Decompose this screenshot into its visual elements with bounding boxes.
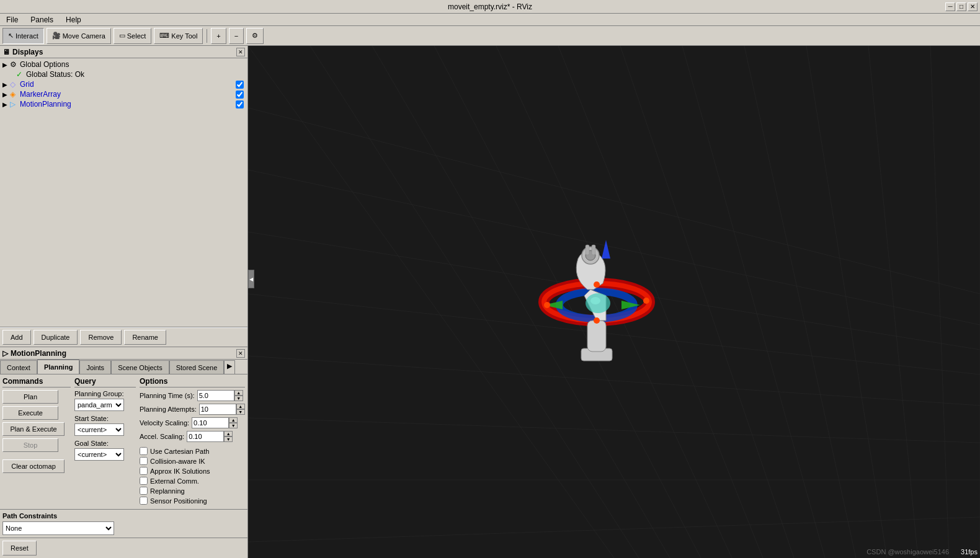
tree-arrow: ▶ <box>2 91 10 98</box>
accel-scaling-down[interactable]: ▼ <box>224 436 233 442</box>
planning-attempts-input[interactable] <box>199 404 236 415</box>
accel-scaling-up[interactable]: ▲ <box>224 431 233 436</box>
replanning-checkbox[interactable] <box>140 487 148 495</box>
planning-content: Commands Plan Execute Plan & Execute Sto… <box>0 374 247 509</box>
tree-item-grid[interactable]: ▶ ◇ Grid <box>1 79 246 89</box>
cursor-icon: ↖ <box>8 32 14 40</box>
use-cartesian-path-label: Use Cartesian Path <box>150 448 209 455</box>
query-column: Query Planning Group: panda_arm Start St… <box>71 377 136 507</box>
move-camera-button[interactable]: 🎥 Move Camera <box>47 28 111 44</box>
motion-panel-close[interactable]: ✕ <box>236 349 245 358</box>
goal-state-label: Goal State: <box>74 440 136 447</box>
svg-point-38 <box>594 281 600 288</box>
query-header: Query <box>74 377 136 388</box>
velocity-scaling-spinner: ▲ ▼ <box>192 417 238 428</box>
add-button[interactable]: Add <box>2 330 31 345</box>
tree-label: MarkerArray <box>20 90 61 99</box>
settings-button[interactable]: ⚙ <box>246 28 264 44</box>
collapse-handle[interactable]: ◀ <box>248 270 254 288</box>
select-button[interactable]: ▭ Select <box>114 28 152 44</box>
motionplanning-checkbox[interactable] <box>236 100 244 108</box>
duplicate-button[interactable]: Duplicate <box>33 330 78 345</box>
velocity-scaling-down[interactable]: ▼ <box>229 423 238 428</box>
tree-item-markerarray[interactable]: ▶ ◈ MarkerArray <box>1 89 246 99</box>
viewport[interactable]: 31fps CSDN @woshigaowei5146 <box>248 46 980 558</box>
displays-header: 🖥 Displays ✕ <box>0 46 247 58</box>
markerarray-checkbox[interactable] <box>236 91 244 99</box>
start-state-select[interactable]: <current> <box>74 423 124 436</box>
left-panel: 🖥 Displays ✕ ▶ ⚙ Global Options ✓ Global… <box>0 46 248 558</box>
toolbar: ↖ Interact 🎥 Move Camera ▭ Select ⌨ Key … <box>0 26 980 46</box>
external-comm-checkbox[interactable] <box>140 477 148 485</box>
tree-view: ▶ ⚙ Global Options ✓ Global Status: Ok ▶… <box>0 58 247 327</box>
motion-panel-header: ▷ MotionPlanning ✕ <box>0 347 247 360</box>
replanning-label: Replanning <box>150 487 185 495</box>
use-cartesian-path-checkbox[interactable] <box>140 447 148 455</box>
execute-button[interactable]: Execute <box>2 406 58 420</box>
motion-planning-panel: ▷ MotionPlanning ✕ Context Planning Join… <box>0 347 247 558</box>
menu-help[interactable]: Help <box>62 14 85 25</box>
minimize-button[interactable]: ─ <box>945 2 955 11</box>
plan-execute-button[interactable]: Plan & Execute <box>2 422 65 436</box>
svg-point-36 <box>544 302 550 308</box>
velocity-scaling-up[interactable]: ▲ <box>229 417 238 423</box>
planning-time-input[interactable] <box>197 390 234 401</box>
planning-attempts-up[interactable]: ▲ <box>236 404 245 409</box>
interact-button[interactable]: ↖ Interact <box>2 28 44 44</box>
marker-icon: ◈ <box>10 90 20 99</box>
tab-scene-objects[interactable]: Scene Objects <box>111 360 169 374</box>
collision-aware-ik-row: Collision-aware IK <box>140 457 245 465</box>
displays-panel: 🖥 Displays ✕ ▶ ⚙ Global Options ✓ Global… <box>0 46 247 327</box>
commands-header: Commands <box>2 377 71 388</box>
approx-ik-solutions-checkbox[interactable] <box>140 467 148 475</box>
tab-joints[interactable]: Joints <box>79 360 111 374</box>
velocity-scaling-row: Velocity Scaling: ▲ ▼ <box>140 417 245 428</box>
rename-button[interactable]: Rename <box>124 330 166 345</box>
tree-label: Grid <box>20 80 34 89</box>
tab-planning[interactable]: Planning <box>37 360 79 374</box>
plus-button[interactable]: + <box>211 28 226 44</box>
collision-aware-ik-checkbox[interactable] <box>140 457 148 465</box>
tree-item-global-options[interactable]: ▶ ⚙ Global Options <box>1 60 246 69</box>
external-comm-row: External Comm. <box>140 477 245 485</box>
maximize-button[interactable]: □ <box>956 2 966 11</box>
clear-octomap-button[interactable]: Clear octomap <box>2 459 65 473</box>
robot-icon: ▷ <box>2 349 8 358</box>
menu-file[interactable]: File <box>2 14 22 25</box>
svg-marker-31 <box>602 240 610 259</box>
sensor-positioning-checkbox[interactable] <box>140 497 148 505</box>
minus-button[interactable]: − <box>229 28 244 44</box>
accel-scaling-input[interactable] <box>187 431 224 442</box>
velocity-scaling-input[interactable] <box>192 417 229 428</box>
select-icon: ▭ <box>119 32 125 40</box>
tab-more-button[interactable]: ▶ <box>224 360 235 374</box>
main-layout: 🖥 Displays ✕ ▶ ⚙ Global Options ✓ Global… <box>0 46 980 558</box>
plan-button[interactable]: Plan <box>2 390 58 404</box>
planning-attempts-down[interactable]: ▼ <box>236 409 245 415</box>
path-constraints-select[interactable]: None <box>2 521 114 535</box>
tab-stored-scene[interactable]: Stored Scene <box>169 360 225 374</box>
planning-time-down[interactable]: ▼ <box>234 396 243 401</box>
planning-group-select[interactable]: panda_arm <box>74 399 124 411</box>
remove-button[interactable]: Remove <box>80 330 122 345</box>
reset-button[interactable]: Reset <box>2 541 37 556</box>
sensor-positioning-row: Sensor Positioning <box>140 497 245 505</box>
motion-panel-title: ▷ MotionPlanning <box>2 349 66 358</box>
key-tool-button[interactable]: ⌨ Key Tool <box>154 28 203 44</box>
grid-checkbox[interactable] <box>236 81 244 89</box>
planning-time-up[interactable]: ▲ <box>234 390 243 396</box>
stop-button[interactable]: Stop <box>2 438 58 452</box>
options-header: Options <box>140 377 245 388</box>
tree-item-global-status[interactable]: ✓ Global Status: Ok <box>1 69 246 79</box>
path-constraints-section: Path Constraints None <box>0 509 247 538</box>
tree-item-motionplanning[interactable]: ▶ ▷ MotionPlanning <box>1 99 246 109</box>
goal-state-select[interactable]: <current> <box>74 448 124 461</box>
accel-scaling-spinner: ▲ ▼ <box>187 431 233 442</box>
planning-time-label: Planning Time (s): <box>140 392 195 399</box>
tree-arrow: ▶ <box>2 61 10 68</box>
menu-panels[interactable]: Panels <box>27 14 57 25</box>
close-button[interactable]: ✕ <box>968 2 978 11</box>
displays-close-button[interactable]: ✕ <box>236 48 245 56</box>
tab-context[interactable]: Context <box>0 360 37 374</box>
commands-column: Commands Plan Execute Plan & Execute Sto… <box>2 377 71 507</box>
